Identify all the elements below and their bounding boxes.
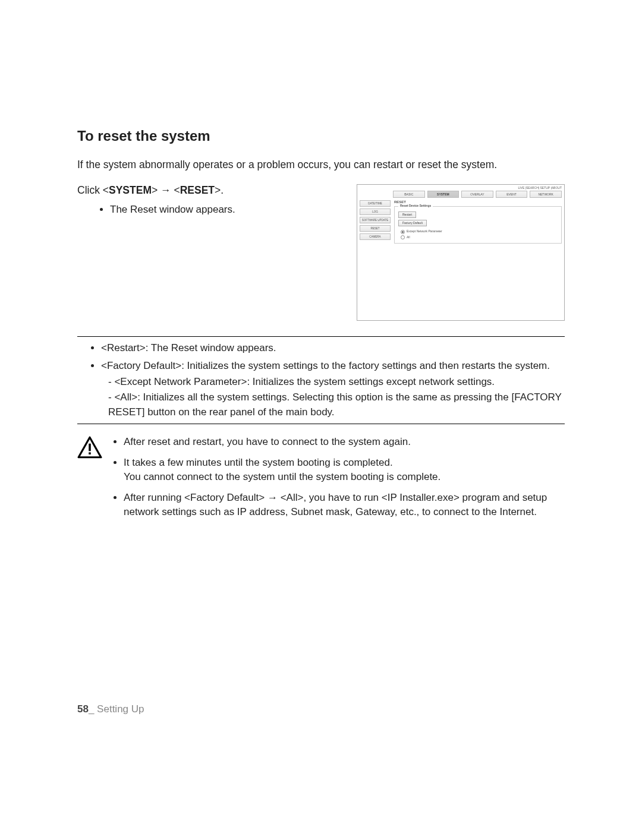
sidebar-software-update[interactable]: SOFTWARE UPDATE	[360, 217, 391, 223]
sidebar-camera[interactable]: CAMERA	[360, 233, 391, 240]
divider	[77, 424, 565, 424]
warn-ipinstaller: After running <Factory Default> → <All>,…	[124, 491, 565, 520]
desc-all: <All>: Initializes all the system settin…	[108, 390, 565, 420]
tab-event[interactable]: EVENT	[496, 191, 528, 198]
svg-rect-1	[89, 444, 91, 451]
desc-factory-text: : Initializes the system settings to the…	[181, 360, 550, 371]
step-bullet: The Reset window appears.	[110, 203, 256, 217]
desc-restart-text: : The Reset window appears.	[146, 342, 276, 353]
desc-restart-label: Restart	[107, 342, 140, 353]
w3-fd: Factory Default	[190, 492, 259, 503]
sidebar-datetime[interactable]: DATE/TIME	[360, 200, 391, 207]
arrow-icon: →	[160, 184, 171, 196]
desc-all-label: All	[120, 391, 131, 403]
divider	[77, 336, 565, 337]
radio-except-icon[interactable]	[401, 230, 405, 234]
desc-except-label: Except Network Parameter	[120, 376, 241, 387]
footer-sep: _	[89, 703, 94, 715]
click-mid1: >	[152, 184, 160, 196]
radio-all-label: All	[407, 235, 410, 239]
w3-pre: After running <	[124, 492, 190, 503]
click-suffix: >.	[215, 184, 224, 196]
w3-ip: IP Installer.exe	[388, 492, 454, 503]
section-heading: To reset the system	[77, 128, 565, 144]
svg-rect-2	[89, 452, 91, 454]
warning-icon	[77, 435, 102, 461]
click-reset: RESET	[180, 184, 215, 196]
ss-topbar: LIVE |SEARCH| SETUP |ABOUT	[357, 185, 564, 191]
ss-content: RESET Reset Device Settings Restart Fact…	[394, 200, 562, 243]
sidebar-log[interactable]: LOG	[360, 209, 391, 215]
radio-all-row[interactable]: All	[398, 235, 558, 239]
w3-mid1: >	[259, 492, 268, 503]
warn-reconnect: After reset and restart, you have to con…	[124, 435, 565, 450]
click-mid2: <	[171, 184, 180, 196]
page-footer: 58_ Setting Up	[77, 703, 144, 715]
desc-all-post: button on the rear panel of the main bod…	[144, 406, 334, 418]
w3-all: All	[287, 492, 298, 503]
page-number: 58	[77, 703, 89, 715]
click-system: SYSTEM	[109, 184, 152, 196]
desc-except-text: : Initializes the system settings except…	[247, 376, 495, 387]
tab-overlay[interactable]: OVERLAY	[461, 191, 493, 198]
ss-tabs: BASIC SYSTEM OVERLAY EVENT NETWORK	[357, 191, 564, 200]
sidebar-reset[interactable]: RESET	[360, 225, 391, 232]
radio-all-icon[interactable]	[401, 235, 405, 239]
tab-basic[interactable]: BASIC	[393, 191, 425, 198]
tab-system[interactable]: SYSTEM	[427, 191, 460, 198]
intro-text: If the system abnormally operates or a p…	[77, 157, 565, 172]
arrow-icon: →	[268, 492, 278, 503]
desc-restart: <Restart>: The Reset window appears.	[101, 340, 565, 356]
reset-window-screenshot: LIVE |SEARCH| SETUP |ABOUT BASIC SYSTEM …	[357, 184, 565, 321]
desc-except: <Except Network Parameter>: Initializes …	[108, 374, 565, 390]
tab-network[interactable]: NETWORK	[530, 191, 562, 198]
click-prefix: Click <	[77, 184, 109, 196]
ss-fieldset: Reset Device Settings Restart Factory De…	[394, 206, 562, 243]
radio-except-row[interactable]: Except Network Parameter	[398, 229, 558, 233]
restart-button[interactable]: Restart	[398, 211, 416, 218]
click-instruction: Click <SYSTEM> → <RESET>.	[77, 184, 256, 197]
ss-legend: Reset Device Settings	[398, 204, 433, 207]
w3-mid3: >, you have to run <	[297, 492, 387, 503]
desc-factory-label: Factory Default	[107, 360, 175, 371]
ss-sidebar: DATE/TIME LOG SOFTWARE UPDATE RESET CAME…	[360, 200, 391, 243]
desc-all-text: : Initializes all the system settings. S…	[137, 391, 509, 403]
warn-boot: It takes a few minutes until the system …	[124, 456, 565, 485]
radio-except-label: Except Network Parameter	[407, 229, 442, 233]
warn-boot-b: You cannot connect to the system until t…	[124, 471, 440, 482]
warn-boot-a: It takes a few minutes until the system …	[124, 457, 393, 468]
footer-section: Setting Up	[94, 703, 144, 715]
w3-mid2: <	[278, 492, 287, 503]
desc-factory: <Factory Default>: Initializes the syste…	[101, 358, 565, 420]
factory-default-button[interactable]: Factory Default	[398, 220, 427, 226]
